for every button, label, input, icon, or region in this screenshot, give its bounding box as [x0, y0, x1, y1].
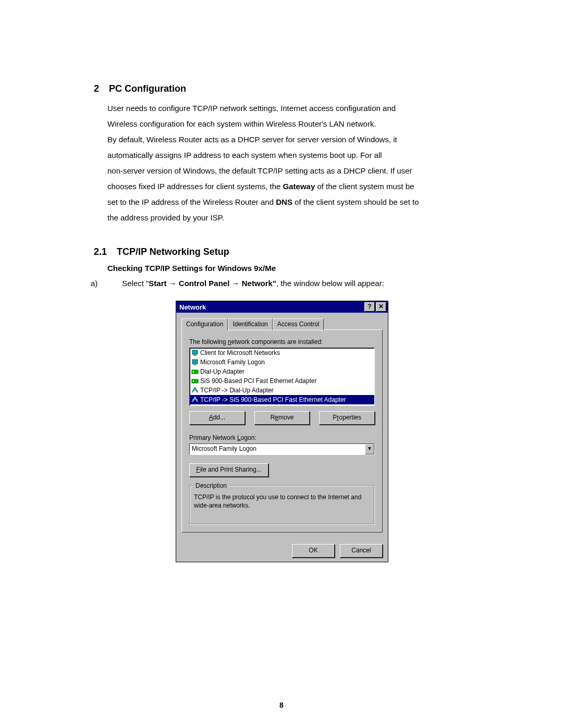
list-item[interactable]: Microsoft Family Logon — [190, 357, 374, 367]
list-item[interactable]: TCP/IP -> Dial-Up Adapter — [190, 386, 374, 395]
section-title: PC Configuration — [109, 83, 186, 94]
description-groupbox: Description TCP/IP is the protocol you u… — [189, 485, 375, 525]
list-item[interactable]: Dial-Up Adapter — [190, 367, 374, 376]
remove-button[interactable]: Remove — [254, 411, 310, 425]
description-legend: Description — [194, 482, 228, 490]
svg-rect-4 — [192, 370, 198, 374]
description-text: TCP/IP is the protocol you use to connec… — [194, 493, 370, 510]
tab-access-control[interactable]: Access Control — [273, 318, 324, 330]
section-body: User needs to configure TCP/IP network s… — [107, 101, 469, 226]
protocol-icon — [191, 386, 200, 394]
adapter-icon — [191, 367, 200, 376]
svg-rect-5 — [193, 371, 194, 373]
ok-button[interactable]: OK — [292, 544, 335, 558]
section-number: 2 — [94, 83, 99, 94]
tab-configuration[interactable]: Configuration — [181, 318, 228, 330]
components-listbox[interactable]: Client for Microsoft Networks Microsoft … — [189, 348, 375, 406]
protocol-icon — [191, 396, 200, 404]
subsection-heading: 2.1 TCP/IP Networking Setup — [94, 246, 469, 257]
tab-identification[interactable]: Identification — [228, 318, 272, 330]
primary-logon-combo[interactable]: Microsoft Family Logon ▼ — [189, 443, 375, 455]
file-print-sharing-button[interactable]: File and Print Sharing... — [189, 463, 268, 477]
svg-rect-6 — [192, 379, 198, 383]
client-icon — [191, 358, 200, 366]
svg-rect-7 — [193, 380, 194, 382]
primary-logon-value: Microsoft Family Logon — [190, 444, 365, 454]
section-heading: 2 PC Configuration — [94, 83, 469, 94]
close-button[interactable]: ✕ — [376, 302, 386, 312]
network-dialog: Network ? ✕ Configuration Identification… — [176, 301, 388, 562]
page-number: 8 — [0, 701, 563, 709]
svg-rect-1 — [193, 355, 197, 356]
dialog-titlebar[interactable]: Network ? ✕ — [176, 301, 388, 313]
svg-rect-0 — [192, 350, 198, 354]
chevron-down-icon[interactable]: ▼ — [365, 444, 374, 454]
list-item[interactable]: Client for Microsoft Networks — [190, 348, 374, 357]
help-button[interactable]: ? — [364, 302, 375, 312]
subsection-number: 2.1 — [94, 246, 107, 257]
add-button[interactable]: Add... — [189, 411, 245, 425]
properties-button[interactable]: Properties — [319, 411, 375, 425]
svg-rect-3 — [193, 364, 197, 365]
subsection-title: TCP/IP Networking Setup — [117, 246, 229, 257]
cancel-button[interactable]: Cancel — [340, 544, 383, 558]
svg-rect-2 — [192, 360, 198, 364]
client-icon — [191, 349, 200, 357]
list-item[interactable]: SiS 900-Based PCI Fast Ethernet Adapter — [190, 376, 374, 386]
dialog-title: Network — [179, 303, 363, 311]
subheading: Checking TCP/IP Settings for Windows 9x/… — [107, 264, 469, 273]
primary-logon-label: Primary Network Logon: — [189, 434, 375, 441]
installed-label: The following network components are ins… — [189, 338, 375, 346]
adapter-icon — [191, 377, 200, 385]
list-item-a: a) Select "Start → Control Panel → Netwo… — [124, 276, 469, 291]
list-item-selected[interactable]: TCP/IP -> SiS 900-Based PCI Fast Etherne… — [190, 395, 374, 404]
